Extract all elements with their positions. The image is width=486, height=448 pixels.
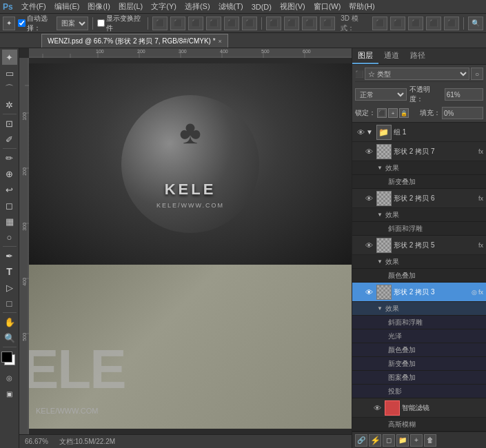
brush-tool[interactable]: ✏	[2, 150, 17, 165]
move-tool[interactable]: ✦	[2, 50, 17, 65]
svg-text:100: 100	[96, 49, 104, 54]
eye-group1[interactable]: 👁	[355, 127, 366, 138]
move-tool-btn[interactable]: ✦	[3, 17, 15, 30]
align-left-btn[interactable]: ⬛	[152, 17, 168, 30]
new-group-btn[interactable]: 📁	[396, 434, 409, 447]
layer-item-shape2c7[interactable]: 👁 形状 2 拷贝 7 fx	[352, 142, 486, 161]
sub-eff2a: 斜面和浮雕	[352, 222, 486, 236]
tab-paths[interactable]: 路径	[405, 48, 431, 64]
svg-text:600: 600	[303, 49, 311, 54]
shape-tool[interactable]: □	[2, 296, 17, 311]
layer-item-shape2c6[interactable]: 👁 形状 2 拷贝 6 fx	[352, 189, 486, 208]
gradient-tool[interactable]: ▦	[2, 214, 17, 229]
tool-sep-1	[3, 114, 17, 114]
link-layers-btn[interactable]: 🔗	[355, 434, 367, 447]
opacity-value[interactable]: 61%	[445, 88, 483, 101]
ruler-v-svg: 100 200 300 400 500	[19, 58, 29, 434]
menu-window[interactable]: 窗口(W)	[310, 1, 345, 12]
eye-shape2c3[interactable]: 👁	[363, 287, 374, 298]
transform-checkbox[interactable]	[97, 19, 105, 27]
svg-text:400: 400	[220, 49, 228, 54]
delete-layer-btn[interactable]: 🗑	[424, 434, 436, 447]
layer-item-shape2c3[interactable]: 👁 形状 2 拷贝 3 ◎ fx	[352, 283, 486, 302]
menu-edit[interactable]: 编辑(E)	[50, 1, 84, 12]
zoom-tool[interactable]: 🔍	[2, 330, 17, 345]
new-layer-btn[interactable]: +	[410, 434, 423, 447]
tab-channels[interactable]: 通道	[378, 48, 405, 64]
history-tool[interactable]: ↩	[2, 182, 17, 197]
foreground-color-swatch[interactable]	[1, 352, 12, 363]
eraser-tool[interactable]: ◻	[2, 198, 17, 213]
add-style-btn[interactable]: ⚡	[369, 434, 381, 447]
blend-mode-dropdown[interactable]: 正常	[355, 88, 407, 101]
auto-select-dropdown[interactable]: 图案	[57, 17, 88, 30]
3d-btn4[interactable]: ⬛	[426, 17, 441, 30]
menu-3d[interactable]: 3D(D)	[247, 3, 276, 11]
menu-image[interactable]: 图像(I)	[83, 1, 114, 12]
align-center-btn[interactable]: ⬛	[170, 17, 185, 30]
layer-item-group1[interactable]: 👁 ▼ 📁 组 1	[352, 123, 486, 142]
filter-type-dropdown[interactable]: ☆ 类型	[365, 68, 469, 80]
toolbar-separator-3	[261, 17, 262, 30]
quick-mask-btn[interactable]: ◎	[2, 370, 17, 385]
artwork-top: ♣ KELE KELE/WWW.COM	[29, 63, 352, 265]
eye-shape2c5[interactable]: 👁	[363, 240, 374, 251]
menu-help[interactable]: 帮助(H)	[345, 1, 378, 12]
distribute3-btn[interactable]: ⬛	[302, 17, 317, 30]
distribute2-btn[interactable]: ⬛	[284, 17, 299, 30]
kele-sub2-text: KELE/WWW.COM	[36, 407, 98, 415]
document-tab[interactable]: WENZI.psd @ 66.7% (形状 2 拷贝 7, RGB/8#/CMY…	[41, 34, 228, 48]
menu-file[interactable]: 文件(F)	[17, 1, 50, 12]
menu-text[interactable]: 文字(Y)	[147, 1, 181, 12]
crop-tool[interactable]: ⊡	[2, 116, 17, 131]
pen-tool[interactable]: ✒	[2, 248, 17, 263]
distribute-btn[interactable]: ⬛	[266, 17, 281, 30]
menu-select[interactable]: 选择(S)	[181, 1, 214, 12]
auto-select-checkbox[interactable]	[18, 19, 26, 27]
path-tool[interactable]: ▷	[2, 280, 17, 295]
stamp-tool[interactable]: ⊕	[2, 166, 17, 181]
select-tool[interactable]: ▭	[2, 65, 17, 81]
distribute4-btn[interactable]: ⬛	[320, 17, 335, 30]
3d-btn5[interactable]: ⬛	[444, 17, 459, 30]
layers-options: ⬛ ☆ 类型 ○ 正常 不透明度： 61% 锁定： ⬛ + 🔒	[352, 65, 486, 123]
lasso-tool[interactable]: ⌒	[2, 81, 17, 96]
screen-mode-btn[interactable]: ▣	[2, 386, 17, 401]
lock-pixels-btn[interactable]: ⬛	[377, 108, 387, 118]
eyedropper-tool[interactable]: ✐	[2, 132, 17, 147]
eye-shape2c6[interactable]: 👁	[363, 193, 374, 204]
fill-value[interactable]: 0%	[442, 107, 483, 119]
filter-toggle-btn[interactable]: ○	[471, 68, 483, 80]
toolbar-separator-1	[92, 17, 93, 30]
expand-group1[interactable]: ▼	[366, 128, 373, 136]
layer-item-smart-filter[interactable]: 👁 智能滤镜	[352, 398, 486, 418]
align-right-btn[interactable]: ⬛	[188, 17, 203, 30]
layer-list[interactable]: 👁 ▼ 📁 组 1 👁 形状 2 拷贝 7 fx ▼效果 新变叠加 👁 形状 2…	[352, 123, 486, 431]
eye-shape2c7[interactable]: 👁	[363, 146, 374, 157]
add-mask-btn[interactable]: ◻	[383, 434, 395, 447]
dodge-tool[interactable]: ○	[2, 230, 17, 245]
menu-view[interactable]: 视图(V)	[276, 1, 310, 12]
magic-wand-tool[interactable]: ✲	[2, 97, 17, 112]
3d-btn1[interactable]: ⬛	[372, 17, 387, 30]
align-bottom-btn[interactable]: ⬛	[242, 17, 257, 30]
3d-btn2[interactable]: ⬛	[390, 17, 405, 30]
menu-layer[interactable]: 图层(L)	[114, 1, 147, 12]
layer-item-shape2c5[interactable]: 👁 形状 2 拷贝 5 fx	[352, 236, 486, 255]
align-top-btn[interactable]: ⬛	[206, 17, 221, 30]
menu-filter[interactable]: 滤镜(T)	[214, 1, 247, 12]
fx-shape2c5: fx	[478, 242, 483, 249]
lock-all-btn[interactable]: 🔒	[399, 108, 409, 118]
3d-btn3[interactable]: ⬛	[408, 17, 423, 30]
eye-smart-filter[interactable]: 👁	[372, 403, 383, 414]
sub-eff3: ▼效果	[352, 255, 486, 269]
text-tool[interactable]: T	[2, 264, 17, 279]
tab-close-btn[interactable]: ×	[219, 38, 222, 45]
align-middle-btn[interactable]: ⬛	[224, 17, 239, 30]
tab-layers[interactable]: 图层	[352, 48, 378, 64]
hand-tool[interactable]: ✋	[2, 314, 17, 329]
lock-position-btn[interactable]: +	[388, 108, 398, 118]
canvas-area[interactable]: 100 200 300 400 500 600	[19, 48, 352, 448]
search-btn[interactable]: 🔍	[468, 17, 483, 30]
ps-icon: Ps	[3, 2, 13, 12]
